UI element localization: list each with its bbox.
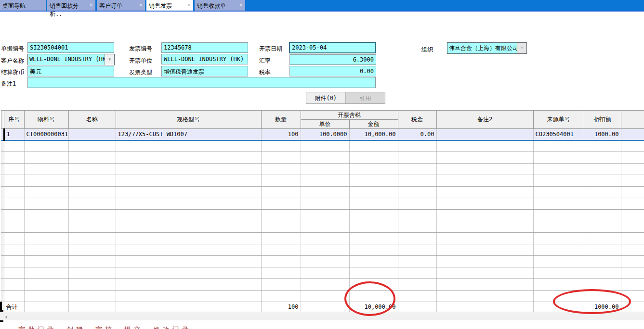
- total-row: 合计 100 10,000.00 1000.00: [1, 302, 644, 312]
- tab-bar: 桌面导航 销售回款分析.. × 客户订单 × 销售发票 × 销售收款单 ×: [0, 0, 644, 12]
- invoice-date-field[interactable]: 2023-05-04: [289, 42, 376, 53]
- table-row[interactable]: [1, 267, 644, 279]
- invoice-unit-label: 开票单位: [129, 57, 152, 65]
- col-extra: [621, 111, 644, 129]
- table-row[interactable]: [1, 279, 644, 291]
- customer-value: WELL-DONE INDUSTRY (HK) CO: [28, 54, 105, 65]
- cell-discount[interactable]: 1000.00: [584, 129, 621, 140]
- customer-combobox[interactable]: WELL-DONE INDUSTRY (HK) CO ▾: [27, 54, 115, 65]
- col-tax[interactable]: 税金: [398, 111, 436, 129]
- invoice-type-field[interactable]: 增值税普通发票: [161, 66, 248, 76]
- col-unit-price[interactable]: 单价: [301, 120, 349, 129]
- tab-sales-collection-analysis[interactable]: 销售回款分析.. ×: [47, 0, 95, 11]
- attachment-button[interactable]: 附件(0): [306, 92, 346, 103]
- reference-button[interactable]: 引用: [346, 92, 385, 103]
- table-row[interactable]: [1, 256, 644, 267]
- table-row[interactable]: [1, 187, 644, 198]
- tab-customer-order[interactable]: 客户订单 ×: [97, 0, 145, 11]
- table-row[interactable]: [1, 198, 644, 210]
- cell-tax[interactable]: 0.00: [398, 129, 436, 140]
- close-icon[interactable]: ×: [139, 2, 143, 8]
- col-name[interactable]: 名称: [68, 111, 116, 129]
- tab-label: 桌面导航: [2, 2, 26, 10]
- invoice-date-label: 开票日期: [259, 45, 282, 53]
- tab-label: 销售收款单: [197, 2, 226, 10]
- org-label: 组织: [421, 46, 433, 54]
- remark1-field[interactable]: [27, 77, 376, 88]
- col-remark2[interactable]: 备注2: [436, 111, 533, 129]
- chevron-down-icon: ▾: [517, 43, 526, 53]
- red-circle-annotation-amount-total: [344, 281, 395, 316]
- table-row[interactable]: [1, 140, 644, 152]
- horizontal-scrollbar[interactable]: ‹: [0, 312, 644, 320]
- invoice-no-field[interactable]: 12345678: [161, 42, 248, 53]
- org-value: 伟旦合金（上海）有限公司: [447, 43, 517, 53]
- grid-empty-rows: [1, 140, 644, 302]
- table-row[interactable]: [1, 233, 644, 244]
- tax-rate-label: 税率: [259, 68, 271, 76]
- tax-rate-field[interactable]: 0.00: [289, 66, 376, 76]
- table-row[interactable]: [1, 152, 644, 164]
- cell-material[interactable]: CT0000000031: [24, 129, 68, 140]
- table-row[interactable]: [1, 164, 644, 175]
- col-source[interactable]: 来源单号: [533, 111, 584, 129]
- table-row-selected[interactable]: 1 CT0000000031 123/77X5-CUST WD1007 100 …: [1, 129, 644, 140]
- cell-qty[interactable]: 100: [261, 129, 301, 140]
- col-material[interactable]: 物料号: [24, 111, 68, 129]
- tab-desktop-nav[interactable]: 桌面导航: [0, 0, 46, 11]
- col-amount[interactable]: 金额: [349, 120, 398, 129]
- cell-spec[interactable]: 123/77X5-CUST WD1007: [116, 129, 261, 140]
- button-strip: 附件(0) 引用: [306, 92, 385, 104]
- close-icon[interactable]: ×: [187, 2, 191, 8]
- org-combobox[interactable]: 伟旦合金（上海）有限公司 ▾: [447, 42, 527, 54]
- tab-label: 客户订单: [99, 2, 122, 10]
- table-row[interactable]: [1, 244, 644, 256]
- invoice-unit-field[interactable]: WELL-DONE INDUSTRY (HK) CO.,: [161, 54, 248, 64]
- sales-invoice-window: 桌面导航 销售回款分析.. × 客户订单 × 销售发票 × 销售收款单 × 单据…: [0, 0, 644, 329]
- tab-sales-receipt[interactable]: 销售收款单 ×: [195, 0, 245, 11]
- red-circle-annotation-discount-total: [553, 289, 631, 314]
- close-icon[interactable]: ×: [90, 2, 93, 8]
- cell-seq[interactable]: 1: [4, 129, 24, 140]
- close-icon[interactable]: ×: [239, 2, 243, 8]
- total-label: 合计: [4, 302, 24, 312]
- invoice-no-label: 发票编号: [129, 45, 152, 53]
- table-row[interactable]: [1, 175, 644, 187]
- table-row[interactable]: [1, 291, 644, 302]
- tab-sales-invoice[interactable]: 销售发票 ×: [146, 0, 193, 11]
- exchange-rate-label: 汇率: [259, 57, 271, 65]
- currency-label: 结算货币: [1, 68, 24, 76]
- col-tax-incl-group[interactable]: 开票含税: [301, 111, 398, 120]
- cell-source[interactable]: CO230504001: [533, 129, 584, 140]
- scroll-left-icon[interactable]: ‹: [4, 313, 8, 320]
- col-discount[interactable]: 折扣额: [584, 111, 621, 129]
- customer-label: 客户名称: [1, 57, 24, 65]
- doc-no-label: 单据编号: [1, 45, 24, 53]
- bottom-clipped-text: 审批记录 创建 审核 提交 修改记录: [18, 326, 221, 329]
- exchange-rate-field[interactable]: 6.3000: [289, 54, 376, 65]
- col-seq[interactable]: 序号: [4, 111, 24, 129]
- table-row[interactable]: [1, 210, 644, 221]
- col-spec[interactable]: 规格型号: [116, 111, 261, 129]
- remark1-label: 备注1: [1, 80, 16, 88]
- tab-label: 销售发票: [149, 2, 172, 10]
- total-qty: 100: [261, 302, 301, 312]
- cell-unit-price[interactable]: 100.0000: [301, 129, 349, 140]
- chevron-down-icon[interactable]: ▾: [105, 54, 114, 65]
- invoice-type-label: 发票类型: [129, 68, 152, 76]
- currency-field[interactable]: 美元: [27, 66, 114, 76]
- doc-no-field[interactable]: SI230504001: [27, 42, 114, 53]
- cell-name[interactable]: [68, 129, 116, 140]
- col-qty[interactable]: 数量: [261, 111, 301, 129]
- table-row[interactable]: [1, 221, 644, 233]
- tab-label: 销售回款分析..: [50, 2, 87, 18]
- cell-remark2[interactable]: [436, 129, 533, 140]
- detail-grid: 序号 物料号 名称 规格型号 数量 开票含税 税金 备注2 来源单号 折扣额 单…: [0, 110, 644, 312]
- cell-amount[interactable]: 10,000.00: [349, 129, 398, 140]
